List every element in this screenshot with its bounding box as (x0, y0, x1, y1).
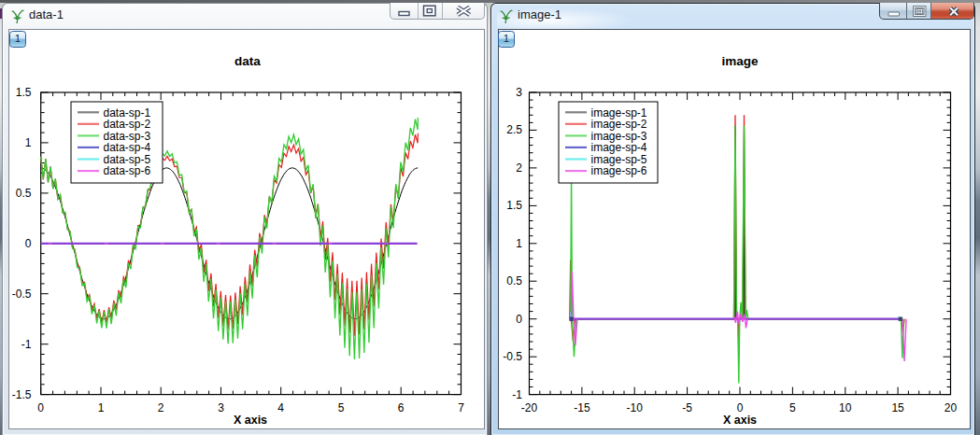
svg-text:0.5: 0.5 (16, 187, 32, 200)
svg-text:-0.5: -0.5 (503, 350, 522, 363)
svg-text:7: 7 (458, 401, 464, 414)
svg-text:data-sp-6: data-sp-6 (104, 164, 151, 177)
svg-text:-1.5: -1.5 (12, 388, 32, 401)
svg-text:1: 1 (98, 401, 105, 414)
svg-text:1.5: 1.5 (506, 199, 522, 212)
svg-text:-1: -1 (21, 338, 32, 351)
svg-text:5: 5 (789, 401, 796, 414)
svg-text:data: data (234, 54, 261, 68)
svg-text:0: 0 (25, 237, 32, 250)
svg-text:X axis: X axis (723, 414, 757, 427)
svg-text:-15: -15 (574, 401, 590, 414)
svg-text:3: 3 (516, 86, 522, 99)
svg-text:10: 10 (839, 401, 852, 414)
svg-text:-1: -1 (512, 388, 522, 401)
svg-text:image: image (721, 54, 759, 68)
svg-text:1: 1 (516, 237, 522, 250)
svg-text:-20: -20 (521, 401, 538, 414)
svg-text:-5: -5 (682, 401, 692, 414)
svg-text:2: 2 (516, 161, 522, 175)
svg-text:image-sp-6: image-sp-6 (591, 164, 647, 177)
svg-text:1: 1 (25, 136, 32, 149)
svg-text:0: 0 (737, 401, 744, 414)
svg-text:0.5: 0.5 (506, 274, 522, 288)
svg-text:-10: -10 (627, 401, 644, 414)
svg-text:6: 6 (398, 401, 405, 414)
svg-text:0: 0 (37, 401, 44, 414)
svg-text:1.5: 1.5 (16, 86, 32, 99)
svg-text:5: 5 (338, 401, 345, 414)
svg-text:0: 0 (516, 313, 522, 326)
svg-text:-0.5: -0.5 (12, 288, 32, 301)
svg-text:20: 20 (944, 401, 958, 414)
svg-text:2.5: 2.5 (506, 123, 522, 136)
svg-text:4: 4 (277, 401, 284, 414)
svg-text:X axis: X axis (234, 414, 267, 427)
svg-text:15: 15 (891, 401, 904, 414)
svg-text:3: 3 (218, 401, 224, 414)
svg-text:2: 2 (158, 401, 164, 414)
